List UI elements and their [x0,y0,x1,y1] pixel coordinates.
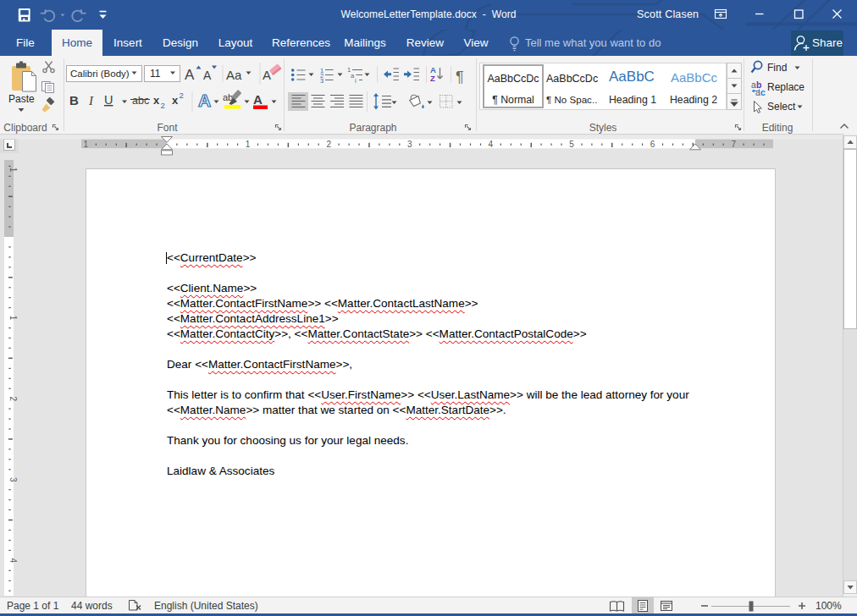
svg-text:c: c [760,87,766,97]
svg-text:6: 6 [650,140,655,149]
svg-text:A: A [185,67,195,83]
svg-text:U: U [104,93,113,107]
svg-text:1: 1 [84,140,89,149]
svg-text:4: 4 [489,140,494,149]
svg-text:2: 2 [161,101,165,110]
svg-text:2: 2 [326,140,331,149]
svg-text:x: x [153,94,160,107]
svg-text:A: A [203,69,212,82]
svg-text:Aa: Aa [226,68,242,82]
svg-text:1: 1 [8,168,18,173]
svg-text:¶: ¶ [456,69,464,85]
svg-text:I: I [88,94,94,107]
svg-text:1: 1 [246,140,251,149]
svg-text:A: A [198,91,211,110]
svg-text:3: 3 [8,477,18,482]
svg-text:abc: abc [132,95,149,107]
svg-text:3: 3 [320,77,323,85]
svg-text:i: i [355,77,357,85]
svg-text:Z: Z [430,74,435,83]
svg-text:B: B [69,93,79,107]
svg-text:2: 2 [8,396,18,401]
svg-text:A: A [263,68,271,82]
svg-text:3: 3 [407,140,412,149]
svg-text:1: 1 [8,316,18,321]
svg-text:A: A [253,92,263,107]
svg-text:7: 7 [731,140,736,149]
svg-text:x: x [172,94,179,107]
svg-text:4: 4 [8,558,18,564]
svg-text:2: 2 [180,91,184,100]
svg-text:5: 5 [569,140,574,149]
